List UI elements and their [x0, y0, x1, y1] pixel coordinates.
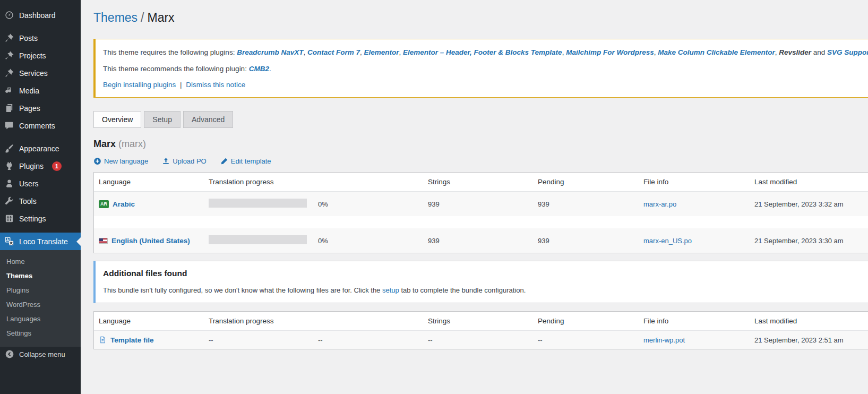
last-modified-cell: 21 September, 2023 3:30 am	[754, 237, 868, 245]
upload-po-link[interactable]: Upload PO	[162, 157, 207, 165]
progress-percent: 0%	[318, 200, 428, 208]
setup-tab-link[interactable]: setup	[382, 286, 399, 294]
admin-sidebar: DashboardPostsProjectsServicesMediaPages…	[0, 0, 81, 394]
edit-pencil-icon	[220, 157, 228, 165]
tab-advanced[interactable]: Advanced	[183, 111, 233, 128]
po-file-link[interactable]: marx-en_US.po	[643, 237, 692, 245]
upload-icon	[162, 157, 170, 165]
notice-plugin-link[interactable]: Contact Form 7	[307, 48, 360, 56]
bundle-name: Marx	[93, 139, 116, 149]
sidebar-item-label: Dashboard	[19, 11, 56, 20]
edit-template-link[interactable]: Edit template	[220, 157, 271, 165]
notice-plugin-link[interactable]: Mailchimp For Wordpress	[566, 48, 654, 56]
sidebar-item-services[interactable]: Services	[0, 64, 81, 82]
document-icon	[99, 336, 107, 344]
strings-cell: 939	[428, 200, 538, 208]
template-file-link[interactable]: Template file	[110, 336, 154, 344]
us-flag-icon	[99, 238, 108, 244]
language-link[interactable]: Arabic	[113, 200, 135, 208]
notice-text-segment: ,	[303, 48, 307, 56]
notice-plugin-name: Revslider	[779, 48, 811, 56]
sidebar-item-media[interactable]: Media	[0, 82, 81, 99]
pin-icon	[4, 50, 14, 61]
sidebar-item-label: Plugins	[19, 162, 44, 170]
additional-files-message: This bundle isn't fully configured, so w…	[103, 286, 868, 294]
column-header-last-modified: Last modified	[754, 317, 868, 325]
strings-cell: --	[428, 336, 538, 344]
language-cell: ARArabic	[99, 200, 209, 208]
sidebar-item-plugins[interactable]: Plugins1	[0, 157, 81, 175]
sidebar-item-label: Tools	[19, 197, 37, 205]
tab-overview[interactable]: Overview	[93, 111, 141, 128]
table-header-row: LanguageTranslation progressStringsPendi…	[94, 312, 868, 331]
sidebar-item-pages[interactable]: Pages	[0, 99, 81, 117]
loco-translate-submenu: HomeThemesPluginsWordPressLanguagesSetti…	[0, 250, 81, 347]
file-info-cell: marx-en_US.po	[643, 237, 754, 245]
admin-menu: DashboardPostsProjectsServicesMediaPages…	[0, 0, 81, 250]
pin-icon	[4, 68, 14, 78]
po-file-link[interactable]: marx-ar.po	[643, 200, 676, 208]
submenu-item-home[interactable]: Home	[0, 254, 81, 269]
submenu-item-plugins[interactable]: Plugins	[0, 283, 81, 297]
notice-plugin-link[interactable]: CMB2	[249, 65, 269, 73]
collapse-menu-button[interactable]: Collapse menu	[0, 345, 81, 363]
notice-action-begin-installing-plugins[interactable]: Begin installing plugins	[103, 81, 176, 89]
notice-plugin-link[interactable]: Elementor	[364, 48, 399, 56]
pot-file-link[interactable]: merlin-wp.pot	[643, 336, 685, 344]
sidebar-item-users[interactable]: Users	[0, 175, 81, 192]
column-header-strings: Strings	[428, 317, 538, 325]
tool-link-label: Upload PO	[173, 157, 207, 165]
column-header-file-info: File info	[643, 178, 754, 186]
progress-percent: 0%	[318, 237, 428, 245]
last-modified-cell: 21 September, 2023 3:32 am	[754, 200, 868, 208]
pages-icon	[4, 103, 14, 113]
submenu-item-settings[interactable]: Settings	[0, 326, 81, 340]
sidebar-item-projects[interactable]: Projects	[0, 47, 81, 64]
collapse-menu-label: Collapse menu	[19, 350, 65, 358]
notice-action-dismiss-this-notice[interactable]: Dismiss this notice	[186, 81, 245, 89]
sidebar-item-label: Appearance	[19, 144, 59, 153]
notice-plugin-link[interactable]: Elementor – Header, Footer & Blocks Temp…	[403, 48, 562, 56]
notice-plugin-link[interactable]: Breadcrumb NavXT	[237, 48, 303, 56]
sidebar-item-posts[interactable]: Posts	[0, 29, 81, 47]
table-row: Template file--------merlin-wp.pot21 Sep…	[94, 331, 868, 349]
loco-translate-icon	[4, 236, 14, 246]
submenu-item-themes[interactable]: Themes	[0, 269, 81, 283]
submenu-item-languages[interactable]: Languages	[0, 312, 81, 326]
sidebar-item-comments[interactable]: Comments	[0, 117, 81, 134]
language-link[interactable]: English (United States)	[111, 237, 190, 245]
sidebar-item-label: Loco Translate	[19, 237, 68, 246]
column-header-pending: Pending	[538, 178, 643, 186]
sidebar-item-label: Posts	[19, 34, 38, 42]
sidebar-item-settings[interactable]: Settings	[0, 210, 81, 227]
translations-table: LanguageTranslation progressStringsPendi…	[93, 172, 868, 253]
notice-text-segment: ,	[562, 48, 566, 56]
update-count-badge: 1	[52, 161, 62, 171]
new-language-link[interactable]: New language	[93, 157, 148, 165]
tab-setup[interactable]: Setup	[144, 111, 181, 128]
bundle-slug: (marx)	[118, 139, 146, 149]
notice-text-segment: .	[269, 65, 271, 73]
progress-cell	[209, 199, 318, 209]
plugins-required-notice: This theme requires the following plugin…	[93, 39, 868, 98]
sidebar-item-label: Projects	[19, 52, 46, 60]
notice-plugin-link[interactable]: Make Column Clickable Elementor	[658, 48, 775, 56]
files-table: LanguageTranslation progressStringsPendi…	[93, 311, 868, 349]
notice-plugin-link[interactable]: SVG Support	[827, 48, 868, 56]
sidebar-item-appearance[interactable]: Appearance	[0, 140, 81, 157]
sidebar-item-label: Pages	[19, 104, 40, 113]
translation-toolbar: New languageUpload POEdit template	[93, 157, 868, 165]
notice-text-segment: This theme requires the following plugin…	[103, 48, 237, 56]
sidebar-item-loco-translate[interactable]: Loco Translate	[0, 233, 81, 250]
column-header-language: Language	[99, 317, 209, 325]
notice-actions: Begin installing plugins | Dismiss this …	[103, 80, 868, 91]
table-row: English (United States)0%939939marx-en_U…	[94, 228, 868, 253]
submenu-item-wordpress[interactable]: WordPress	[0, 297, 81, 312]
bundle-heading: Marx (marx)	[93, 139, 868, 150]
notice-text-segment: and	[811, 48, 827, 56]
breadcrumb-themes-link[interactable]: Themes	[93, 11, 137, 24]
sidebar-item-dashboard[interactable]: Dashboard	[0, 6, 81, 24]
sidebar-item-tools[interactable]: Tools	[0, 192, 81, 210]
pending-cell: 939	[538, 237, 643, 245]
column-header-strings: Strings	[428, 178, 538, 186]
